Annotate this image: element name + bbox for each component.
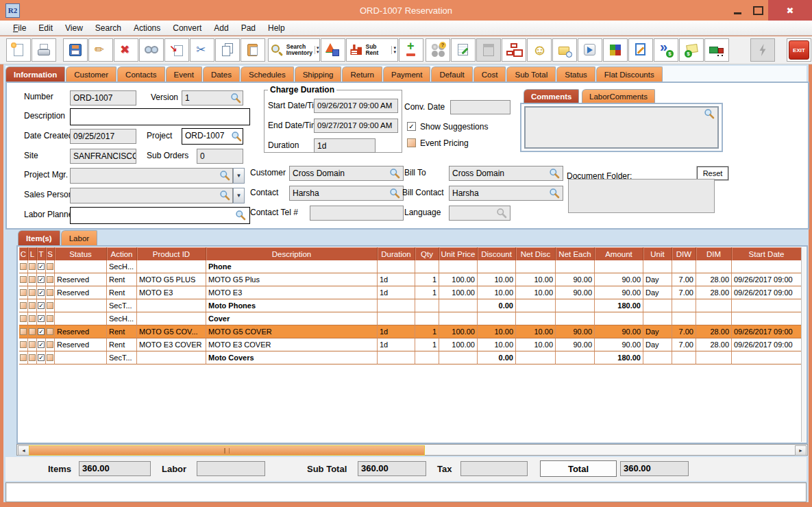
tab-cost[interactable]: Cost [473,66,506,82]
comments-textarea[interactable] [524,106,719,149]
row-checkbox[interactable] [20,315,27,322]
tab-default[interactable]: Default [431,66,472,82]
table-row[interactable]: ✓ReservedRentMOTO E3MOTO E31d1100.0010.0… [19,286,802,299]
row-checkbox[interactable] [20,289,27,296]
toolbar-cut-button[interactable] [190,38,214,62]
column-header-status[interactable]: Status [55,247,107,260]
row-checkbox[interactable] [29,276,36,283]
column-header-c[interactable]: C [19,247,28,260]
document-folder-box[interactable] [568,179,715,213]
conv-date-field[interactable] [450,100,510,114]
show-suggestions-checkbox[interactable]: ✓ [407,122,416,131]
table-row[interactable]: ✓ReservedRentMOTO G5 COV...MOTO G5 COVER… [19,325,802,338]
row-checkbox[interactable] [20,276,27,283]
tab-event[interactable]: Event [166,66,202,82]
row-checkbox[interactable] [47,328,53,335]
project-mgr-lookup-icon[interactable] [219,170,230,181]
tab-information[interactable]: Information [5,66,65,82]
row-checkbox[interactable] [47,263,53,270]
version-lookup-icon[interactable] [230,92,241,103]
row-checkbox[interactable] [47,341,53,348]
row-checkbox[interactable]: ✓ [38,263,45,270]
menu-file[interactable]: File [7,22,32,34]
toolbar-edit-button[interactable] [88,38,113,62]
tab-labor-comments[interactable]: LaborComments [582,89,655,103]
row-checkbox[interactable] [20,302,27,309]
reset-button[interactable]: Reset [697,166,728,180]
tab-dates[interactable]: Dates [203,66,240,82]
column-header-product-id[interactable]: Product ID [137,247,206,260]
column-header-duration[interactable]: Duration [378,247,415,260]
row-checkbox[interactable] [20,341,27,348]
row-checkbox[interactable] [20,354,27,361]
toolbar-3d-view-button[interactable] [321,38,345,62]
row-checkbox[interactable]: ✓ [38,328,45,335]
menu-pad[interactable]: Pad [235,22,262,34]
column-header-unit[interactable]: Unit [643,247,672,260]
toolbar-paste-special-button[interactable] [164,38,189,62]
column-header-net-disc[interactable]: Net Disc [516,247,556,260]
row-checkbox[interactable] [29,315,36,322]
toolbar-shortcut-key-button[interactable] [578,38,602,62]
toolbar-cube-stack-button[interactable] [603,38,628,62]
column-header-unit-price[interactable]: Unit Price [439,247,478,260]
tab-return[interactable]: Return [342,66,382,82]
scroll-right-button[interactable]: ► [795,445,807,456]
menu-add[interactable]: Add [208,22,234,34]
search-inventory-dropdown-arrows[interactable]: ▾▾ [315,46,319,54]
row-checkbox[interactable]: ✓ [38,315,45,322]
row-checkbox[interactable] [47,315,53,322]
toolbar-smiley-button[interactable] [527,38,552,62]
toolbar-org-chart-button[interactable] [502,38,526,62]
row-checkbox[interactable] [47,289,53,296]
labor-planner-lookup-icon[interactable] [235,210,246,221]
tab-customer[interactable]: Customer [66,66,116,82]
row-checkbox[interactable] [47,276,53,283]
toolbar-add-remove-button[interactable] [399,38,423,62]
row-checkbox[interactable]: ✓ [38,354,45,361]
scroll-left-button[interactable]: ◄ [18,445,29,456]
customer-field[interactable]: Cross Domain [289,166,404,181]
sales-person-field[interactable] [70,188,233,203]
tab-status[interactable]: Status [556,66,595,82]
row-checkbox[interactable]: ✓ [38,341,45,348]
column-header-start-date[interactable]: Start Date [732,247,802,260]
end-datetime-field[interactable]: 09/27/2017 09:00 AM [314,119,398,133]
toolbar-save-button[interactable] [63,38,88,62]
menu-search[interactable]: Search [89,22,127,34]
column-header-t[interactable]: T [37,247,46,260]
menu-edit[interactable]: Edit [32,22,59,34]
number-field[interactable]: ORD-1007 [70,90,136,106]
vertical-scrollbar[interactable] [801,247,806,442]
toolbar-new-document-button[interactable] [6,38,31,62]
tab-labor[interactable]: Labor [61,230,97,246]
start-datetime-field[interactable]: 09/26/2017 09:00 AM [314,99,398,113]
toolbar-billing-notes-button[interactable] [679,38,704,62]
bill-contact-lookup-icon[interactable] [549,188,560,199]
customer-lookup-icon[interactable] [389,168,400,179]
row-checkbox[interactable] [47,302,53,309]
table-row[interactable]: ✓SecH...Phone [19,260,802,273]
column-header-l[interactable]: L [28,247,37,260]
bill-to-field[interactable]: Cross Domain [449,166,563,181]
row-checkbox[interactable] [29,341,36,348]
column-header-description[interactable]: Description [206,247,378,260]
comments-lookup-icon[interactable] [704,108,715,119]
description-field[interactable] [70,108,250,125]
toolbar-delivery-truck-button[interactable] [704,38,729,62]
column-header-qty[interactable]: Qty [415,247,439,260]
sub-orders-field[interactable]: 0 [197,149,243,164]
menu-actions[interactable]: Actions [127,22,167,34]
contact-tel-field[interactable] [310,206,404,221]
toolbar-find-button[interactable] [139,38,164,62]
sub-rent-dropdown-arrows[interactable]: ▾▾ [391,46,396,54]
row-checkbox[interactable] [29,289,36,296]
horizontal-scrollbar[interactable]: ◄ ► [16,444,808,456]
table-row[interactable]: ✓SecH...Cover [19,312,802,325]
event-pricing-checkbox[interactable] [407,138,416,147]
row-checkbox[interactable] [29,354,36,361]
tab-shipping[interactable]: Shipping [295,66,342,82]
toolbar-notes-button[interactable] [451,38,476,62]
project-lookup-icon[interactable] [231,131,242,142]
tab-items[interactable]: Item(s) [18,230,60,246]
